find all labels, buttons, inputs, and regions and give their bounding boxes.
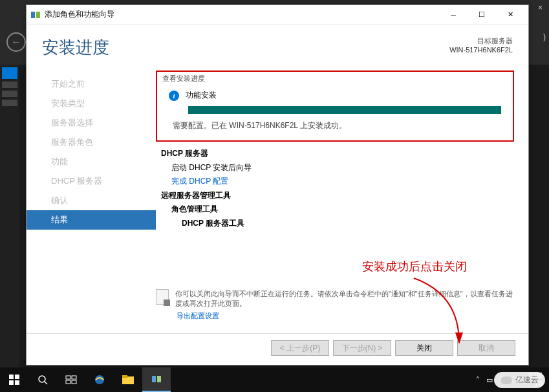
button-separator [27,333,528,334]
cancel-button: 取消 [457,340,515,356]
svg-rect-11 [72,380,76,384]
status-text: 需要配置。已在 WIN-517H6NK6F2L 上安装成功。 [173,120,508,131]
search-icon[interactable] [28,367,57,392]
tray-chevron-up-icon[interactable]: ˄ [476,376,480,384]
bg-right-label: ) [543,32,546,41]
taskbar-server-manager-icon[interactable] [142,367,171,392]
svg-rect-5 [15,380,19,385]
svg-point-6 [39,376,45,382]
svg-rect-15 [152,376,156,382]
progress-title: 查看安装进度 [162,74,508,83]
step-4: 功能 [45,152,156,171]
info-icon: i [169,91,179,101]
step-6: 确认 [45,191,156,210]
tree-launch-wizard: 启动 DHCP 安装后向导 [161,161,514,175]
cloud-icon [501,376,512,384]
svg-rect-9 [72,376,76,379]
svg-rect-8 [66,376,70,379]
window-title: 添加角色和功能向导 [45,9,439,20]
watermark: 亿速云 [494,372,545,388]
tree-dhcp-tools: DHCP 服务器工具 [161,217,514,231]
destination-info: 目标服务器 WIN-517H6NK6F2L [449,36,513,54]
button-row: < 上一步(P) 下一步(N) > 关闭 取消 [271,340,515,356]
start-button[interactable] [0,367,28,392]
highlight-box: 查看安装进度 i 功能安装 需要配置。已在 WIN-517H6NK6F2L 上安… [156,71,514,142]
tree-complete-dhcp-link[interactable]: 完成 DHCP 配置 [161,175,514,189]
step-3: 服务器角色 [45,133,156,152]
taskbar-ie-icon[interactable] [85,367,114,392]
svg-rect-2 [9,375,14,379]
svg-rect-1 [36,12,40,18]
previous-button: < 上一步(P) [271,340,329,356]
svg-rect-0 [31,12,35,18]
svg-rect-16 [157,376,161,382]
svg-rect-3 [15,375,19,379]
tree-rsat: 远程服务器管理工具 [161,189,514,203]
taskbar[interactable]: ˄ ▭ 🔇 中 0:05 20 [0,367,549,392]
content-panel: 查看安装进度 i 功能安装 需要配置。已在 WIN-517H6NK6F2L 上安… [156,65,528,316]
tree-dhcp-server: DHCP 服务器 [161,147,514,161]
wizard-dialog: 添加角色和功能向导 ─ ☐ ✕ 安装进度 目标服务器 WIN-517H6NK6F… [26,5,529,365]
wizard-app-icon [30,10,41,20]
minimize-button[interactable]: ─ [439,6,468,24]
page-title: 安装进度 [42,36,449,59]
taskbar-explorer-icon[interactable] [114,367,142,392]
svg-rect-4 [9,380,14,385]
flag-icon [156,289,169,305]
task-view-icon[interactable] [57,367,85,392]
step-0: 开始之前 [45,74,156,94]
tree-role-tools: 角色管理工具 [161,202,514,217]
next-button: 下一步(N) > [333,340,391,356]
steps-sidebar: 开始之前安装类型服务器选择服务器角色功能DHCP 服务器确认结果 [27,65,156,316]
svg-line-7 [45,382,47,384]
export-settings-link[interactable]: 导出配置设置 [156,311,514,321]
dest-server: WIN-517H6NK6F2L [449,46,513,54]
install-label: 功能安装 [186,90,217,101]
annotation-text: 安装成功后点击关闭 [362,259,467,274]
dest-label: 目标服务器 [449,36,513,46]
close-window-button[interactable]: ✕ [496,6,524,24]
wizard-header: 安装进度 目标服务器 WIN-517H6NK6F2L [27,25,528,65]
step-7[interactable]: 结果 [27,210,156,230]
titlebar: 添加角色和功能向导 ─ ☐ ✕ [27,5,528,25]
bg-left-toolbar [0,65,19,367]
svg-rect-10 [66,380,70,384]
bg-close-hint: × [538,3,543,12]
step-5: DHCP 服务器 [45,171,156,191]
maximize-button[interactable]: ☐ [468,6,496,24]
tip-row: 你可以关闭此向导而不中断正在运行的任务。请依次单击命令栏中的"通知"和"任务详细… [156,289,514,309]
back-circle-icon: ← [6,32,26,52]
result-tree: DHCP 服务器 启动 DHCP 安装后向导 完成 DHCP 配置 远程服务器管… [156,147,514,231]
step-1: 安装类型 [45,94,156,113]
step-2: 服务器选择 [45,113,156,133]
progress-bar [188,106,501,114]
tip-text: 你可以关闭此向导而不中断正在运行的任务。请依次单击命令栏中的"通知"和"任务详细… [175,289,514,309]
tray-network-icon[interactable]: ▭ [486,376,493,384]
close-button[interactable]: 关闭 [395,340,453,356]
watermark-text: 亿速云 [515,375,539,386]
svg-rect-14 [122,375,127,378]
